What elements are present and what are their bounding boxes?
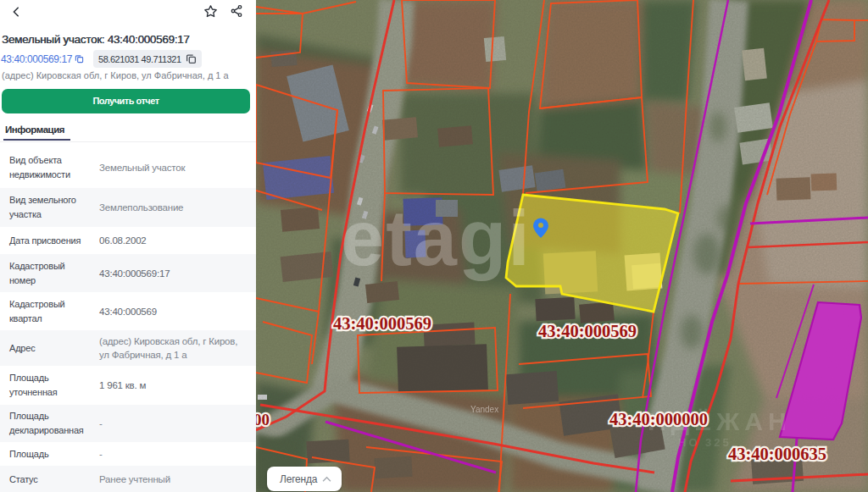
- svg-text:43:40:000635: 43:40:000635: [728, 445, 826, 463]
- svg-text:43:40:000569: 43:40:000569: [538, 322, 637, 340]
- svg-text:etagi: etagi: [341, 195, 531, 281]
- svg-text:00: 00: [256, 411, 270, 428]
- svg-text:43:40:000569: 43:40:000569: [333, 314, 431, 333]
- svg-text:43:40:000000: 43:40:000000: [609, 410, 708, 428]
- svg-text:НО 325: НО 325: [678, 436, 732, 449]
- svg-text:Yandex: Yandex: [470, 405, 498, 414]
